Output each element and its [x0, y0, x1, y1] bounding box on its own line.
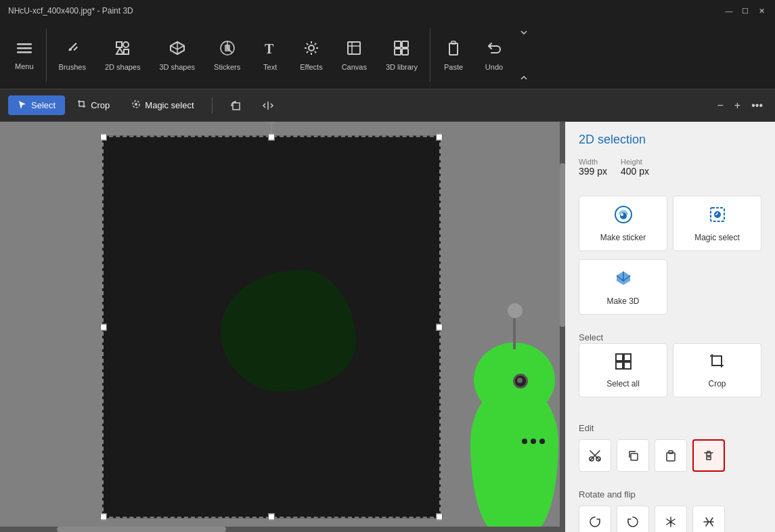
- crop-label: Crop: [91, 100, 110, 110]
- canvas-label: Canvas: [342, 63, 367, 71]
- crop-icon: [77, 99, 87, 111]
- ribbon-2d-shapes[interactable]: 2D shapes: [95, 22, 150, 89]
- make-3d-button[interactable]: Make 3D: [579, 259, 667, 315]
- width-value: 399 px: [579, 166, 607, 177]
- ribbon-stickers[interactable]: Stickers: [204, 22, 250, 89]
- svg-rect-23: [616, 354, 623, 361]
- width-group: Width 399 px: [579, 158, 607, 177]
- canvas-inner: [102, 136, 441, 518]
- edit-section: Edit: [565, 416, 775, 477]
- svg-point-19: [620, 213, 627, 219]
- zoom-in-button[interactable]: +: [730, 97, 745, 114]
- ribbon-undo[interactable]: Undo: [474, 22, 514, 89]
- select-section: Select Select all: [565, 326, 775, 411]
- svg-rect-29: [631, 453, 638, 460]
- menu-label: Menu: [15, 62, 34, 70]
- handle-bottom-right[interactable]: [436, 514, 443, 520]
- ribbon-paste[interactable]: Paste: [433, 22, 474, 89]
- close-button[interactable]: ✕: [756, 5, 767, 16]
- make-3d-icon: [613, 268, 634, 292]
- paste-label: Paste: [444, 63, 463, 71]
- image-content: [221, 270, 356, 392]
- svg-rect-26: [624, 362, 631, 369]
- svg-rect-12: [402, 49, 408, 55]
- svg-rect-0: [17, 43, 32, 45]
- crop-panel-icon: [708, 352, 727, 375]
- svg-rect-8: [348, 42, 360, 54]
- vertical-scrollbar[interactable]: [560, 122, 565, 532]
- rotate-left-button[interactable]: [579, 506, 611, 532]
- make-sticker-button[interactable]: Make sticker: [579, 196, 667, 251]
- ribbon-brushes[interactable]: Brushes: [49, 22, 95, 89]
- toolbar-crop[interactable]: Crop: [68, 95, 119, 115]
- rotate-right-button[interactable]: [617, 506, 649, 532]
- 2d-shapes-label: 2D shapes: [105, 63, 141, 71]
- more-icon: •••: [751, 99, 763, 112]
- more-options-button[interactable]: •••: [747, 97, 767, 114]
- stickers-label: Stickers: [214, 63, 240, 71]
- flip-toolbar-btn[interactable]: [253, 96, 283, 115]
- handle-bottom-left[interactable]: [100, 514, 107, 520]
- zoom-out-button[interactable]: −: [713, 97, 728, 114]
- ribbon-effects[interactable]: Effects: [290, 22, 332, 89]
- text-icon: T: [262, 40, 278, 60]
- vscroll-thumb[interactable]: [560, 163, 565, 327]
- rotate-toolbar-btn[interactable]: [221, 96, 250, 115]
- copy-button[interactable]: [617, 439, 649, 472]
- horizontal-scrollbar[interactable]: [0, 527, 565, 532]
- ribbon-3d-shapes[interactable]: 3D shapes: [150, 22, 204, 89]
- svg-rect-10: [402, 41, 408, 47]
- brushes-label: Brushes: [59, 63, 86, 71]
- make-3d-label: Make 3D: [606, 296, 639, 306]
- handle-top-center[interactable]: [268, 134, 275, 141]
- zoom-plus-icon: +: [734, 99, 740, 112]
- svg-rect-31: [669, 451, 673, 453]
- ribbon-collapse-btn[interactable]: [517, 71, 531, 85]
- delete-button[interactable]: [692, 439, 725, 472]
- ribbon-expand-btn[interactable]: [517, 26, 531, 39]
- window-title: NHcU-xcf_400x400.jpg* - Paint 3D: [8, 6, 133, 16]
- flip-vertical-button[interactable]: [655, 506, 687, 532]
- magic-select-panel-icon: [707, 204, 728, 229]
- handle-top-right[interactable]: [436, 134, 443, 141]
- 3d-shapes-icon: [169, 40, 185, 60]
- select-section-label: Select: [579, 332, 603, 342]
- ribbon-text[interactable]: T Text: [250, 22, 290, 89]
- handle-mid-right[interactable]: [436, 324, 443, 330]
- handle-top-left[interactable]: [100, 134, 107, 141]
- canvas-icon: [346, 40, 362, 60]
- select-all-button[interactable]: Select all: [579, 343, 667, 397]
- minimize-button[interactable]: —: [724, 5, 734, 16]
- ribbon-menu[interactable]: Menu: [5, 22, 43, 89]
- maximize-button[interactable]: ☐: [740, 5, 751, 16]
- toolbar-select[interactable]: Select: [8, 95, 65, 115]
- select-buttons-grid: Select all Crop: [579, 343, 761, 397]
- toolbar: Select Crop Magic select − + •••: [0, 89, 775, 122]
- crop-panel-button[interactable]: Crop: [673, 343, 761, 397]
- handle-mid-left[interactable]: [100, 324, 107, 330]
- svg-point-7: [309, 45, 314, 51]
- ribbon-canvas[interactable]: Canvas: [332, 22, 376, 89]
- svg-point-22: [714, 211, 721, 218]
- 2d-shapes-icon: [114, 40, 131, 60]
- height-value: 400 px: [621, 166, 649, 177]
- action-buttons-grid: Make sticker Magic select: [579, 196, 761, 251]
- canvas-area[interactable]: [0, 122, 565, 532]
- flip-horizontal-button[interactable]: [692, 506, 725, 532]
- svg-text:T: T: [265, 41, 274, 56]
- cut-button[interactable]: [579, 439, 611, 472]
- svg-rect-5: [124, 49, 129, 54]
- magic-select-panel-button[interactable]: Magic select: [673, 196, 761, 251]
- ribbon-3d-library[interactable]: 3D library: [376, 22, 427, 89]
- hscroll-thumb[interactable]: [57, 527, 227, 532]
- rotate-flip-row: [579, 506, 761, 532]
- toolbar-magic-select[interactable]: Magic select: [122, 95, 203, 115]
- magic-select-label: Magic select: [145, 100, 194, 110]
- svg-rect-24: [624, 354, 631, 361]
- menu-icon: [17, 41, 32, 60]
- paste-panel-button[interactable]: [655, 439, 687, 472]
- text-label: Text: [263, 63, 277, 71]
- antenna-ball: [508, 303, 523, 318]
- handle-bottom-center[interactable]: [268, 514, 275, 520]
- dimensions-row: Width 399 px Height 400 px: [579, 158, 761, 177]
